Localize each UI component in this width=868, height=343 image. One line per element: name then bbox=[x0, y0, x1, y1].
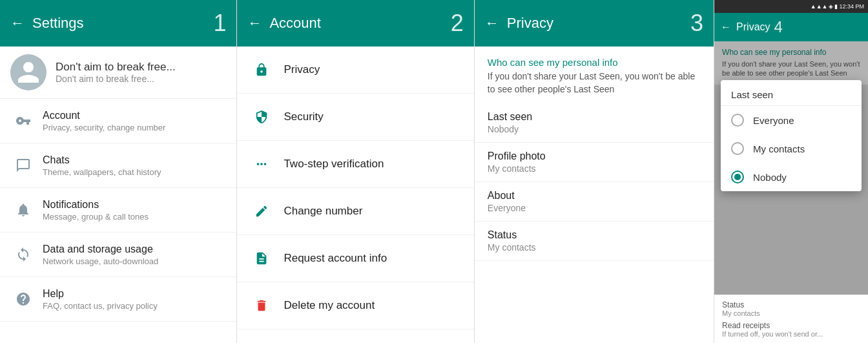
settings-item-chats[interactable]: Chats Theme, wallpapers, chat history bbox=[0, 143, 236, 188]
request-info-label: Request account info bbox=[284, 252, 387, 265]
privacy-title-header: Privacy bbox=[507, 15, 685, 32]
privacy-label: Privacy bbox=[284, 63, 320, 76]
account-item-request-info[interactable]: Request account info bbox=[237, 235, 473, 282]
last-seen-title: Last seen bbox=[488, 111, 701, 123]
account-panel: ← Account 2 Privacy Security bbox=[237, 0, 474, 343]
privacy-item-profile-photo[interactable]: Profile photo My contacts bbox=[475, 143, 714, 182]
help-title: Help bbox=[43, 288, 158, 300]
about-title: About bbox=[488, 190, 701, 202]
profile-photo-title: Profile photo bbox=[488, 151, 701, 162]
dialog-title: Last seen bbox=[721, 80, 862, 106]
data-title: Data and storage usage bbox=[43, 244, 158, 255]
privacy-item-last-seen[interactable]: Last seen Nobody bbox=[475, 103, 714, 143]
privacy-section-desc: If you don't share your Last Seen, you w… bbox=[475, 70, 714, 103]
notifications-title: Notifications bbox=[43, 199, 149, 211]
two-step-icon bbox=[250, 152, 273, 176]
privacy-item-about[interactable]: About Everyone bbox=[475, 182, 714, 222]
account-title: Account bbox=[43, 110, 165, 121]
privacy-header: ← Privacy 3 bbox=[475, 0, 714, 47]
privacy-item-status[interactable]: Status My contacts bbox=[475, 222, 714, 261]
trash-icon bbox=[250, 294, 273, 317]
profile-photo-value: My contacts bbox=[488, 163, 701, 174]
security-label: Security bbox=[284, 110, 323, 123]
my-contacts-label: My contacts bbox=[753, 143, 805, 154]
about-value: Everyone bbox=[488, 203, 701, 213]
account-item-change-number[interactable]: Change number bbox=[237, 188, 473, 235]
phone-privacy-title: Privacy bbox=[736, 21, 770, 33]
privacy-section-title: Who can see my personal info bbox=[475, 47, 714, 70]
profile-info: Don't aim to break free... Don't aim to … bbox=[56, 61, 176, 84]
account-item-two-step[interactable]: Two-step verification bbox=[237, 141, 473, 188]
settings-back-button[interactable]: ← bbox=[10, 15, 25, 32]
key-icon bbox=[10, 108, 36, 134]
dialog-box: Last seen Everyone My contacts Nobody bbox=[721, 80, 862, 191]
help-icon bbox=[10, 286, 36, 312]
time-display: 12:34 PM bbox=[839, 3, 864, 10]
account-title-header: Account bbox=[269, 15, 445, 32]
chat-icon bbox=[10, 152, 36, 178]
account-subtitle: Privacy, security, change number bbox=[43, 123, 165, 132]
two-step-label: Two-step verification bbox=[284, 158, 384, 171]
dialog-option-nobody[interactable]: Nobody bbox=[721, 163, 862, 191]
phone-read-label: Read receipts bbox=[722, 321, 860, 330]
privacy-back-button[interactable]: ← bbox=[485, 15, 499, 32]
radio-everyone bbox=[731, 114, 744, 127]
phone-back-button[interactable]: ← bbox=[721, 21, 731, 33]
battery-icon: ▮ bbox=[834, 3, 838, 10]
settings-panel: ← Settings 1 Don't aim to break free... … bbox=[0, 0, 237, 343]
data-menu-text: Data and storage usage Network usage, au… bbox=[43, 244, 158, 266]
settings-title: Settings bbox=[32, 15, 208, 32]
notifications-menu-text: Notifications Message, group & call tone… bbox=[43, 199, 149, 222]
sync-icon bbox=[10, 242, 36, 267]
phone-panel-number: 4 bbox=[774, 18, 783, 36]
status-icons: ▲▲▲ ◈ ▮ 12:34 PM bbox=[811, 3, 864, 10]
radio-nobody bbox=[731, 171, 744, 183]
doc-icon bbox=[250, 247, 273, 270]
bell-icon bbox=[10, 197, 36, 223]
phone-read-desc: If turned off, you won't send or... bbox=[722, 330, 860, 338]
radio-my-contacts bbox=[731, 142, 744, 155]
profile-status: Don't aim to break free... bbox=[56, 74, 176, 84]
last-seen-value: Nobody bbox=[488, 124, 701, 134]
notifications-subtitle: Message, group & call tones bbox=[43, 212, 149, 222]
privacy-content: Who can see my personal info If you don'… bbox=[475, 47, 714, 343]
account-panel-number: 2 bbox=[451, 10, 464, 37]
settings-menu-list: Account Privacy, security, change number… bbox=[0, 99, 236, 343]
lock-icon bbox=[250, 58, 273, 81]
dialog-option-my-contacts[interactable]: My contacts bbox=[721, 134, 862, 163]
chats-subtitle: Theme, wallpapers, chat history bbox=[43, 167, 161, 177]
wifi-icon: ◈ bbox=[829, 3, 833, 10]
delete-account-label: Delete my account bbox=[284, 299, 375, 312]
phone-status-value: My contacts bbox=[722, 309, 860, 317]
profile-name: Don't aim to break free... bbox=[56, 61, 176, 74]
phone-screen: ▲▲▲ ◈ ▮ 12:34 PM ← Privacy 4 Who can see… bbox=[714, 0, 868, 343]
signal-icon: ▲▲▲ bbox=[811, 3, 828, 10]
profile-row[interactable]: Don't aim to break free... Don't aim to … bbox=[0, 47, 236, 99]
phone-edit-icon bbox=[250, 200, 273, 223]
settings-panel-number: 1 bbox=[213, 10, 226, 37]
dialog-option-everyone[interactable]: Everyone bbox=[721, 106, 862, 134]
radio-nobody-inner bbox=[734, 174, 741, 180]
everyone-label: Everyone bbox=[753, 115, 794, 126]
settings-item-data[interactable]: Data and storage usage Network usage, au… bbox=[0, 233, 236, 277]
help-subtitle: FAQ, contact us, privacy policy bbox=[43, 301, 158, 311]
chats-menu-text: Chats Theme, wallpapers, chat history bbox=[43, 154, 161, 177]
account-item-privacy[interactable]: Privacy bbox=[237, 47, 473, 94]
nobody-label: Nobody bbox=[753, 172, 787, 183]
account-back-button[interactable]: ← bbox=[247, 15, 262, 32]
settings-header: ← Settings 1 bbox=[0, 0, 236, 47]
account-item-delete[interactable]: Delete my account bbox=[237, 282, 473, 329]
change-number-label: Change number bbox=[284, 205, 362, 218]
chats-title: Chats bbox=[43, 154, 161, 166]
status-title: Status bbox=[488, 229, 701, 241]
dialog-panel: ▲▲▲ ◈ ▮ 12:34 PM ← Privacy 4 Who can see… bbox=[714, 0, 868, 343]
help-menu-text: Help FAQ, contact us, privacy policy bbox=[43, 288, 158, 311]
account-item-security[interactable]: Security bbox=[237, 94, 473, 141]
settings-item-account[interactable]: Account Privacy, security, change number bbox=[0, 99, 236, 143]
settings-item-notifications[interactable]: Notifications Message, group & call tone… bbox=[0, 188, 236, 233]
avatar-icon bbox=[16, 59, 41, 85]
phone-status-label: Status bbox=[722, 300, 860, 309]
data-subtitle: Network usage, auto-download bbox=[43, 256, 158, 266]
settings-item-help[interactable]: Help FAQ, contact us, privacy policy bbox=[0, 277, 236, 322]
account-header: ← Account 2 bbox=[237, 0, 473, 47]
